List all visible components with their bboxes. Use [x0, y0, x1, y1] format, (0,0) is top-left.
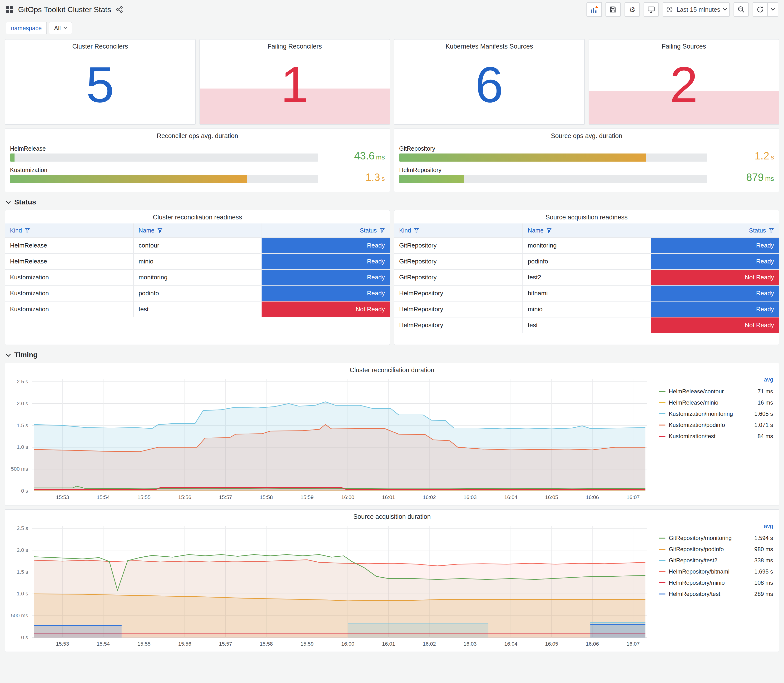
filter-icon[interactable]: [769, 228, 774, 233]
filter-icon[interactable]: [380, 228, 385, 233]
table-cell-name: minio: [523, 301, 651, 317]
series-color-dash: [659, 571, 665, 572]
dashboard-grid-icon[interactable]: [6, 6, 13, 13]
svg-text:16:01: 16:01: [382, 641, 395, 647]
panel-title[interactable]: Source acquisition duration: [9, 510, 775, 521]
legend-item[interactable]: HelmRepository/bitnami1.695 s: [659, 566, 773, 577]
series-color-dash: [659, 593, 665, 595]
table-panel-source-readiness: Source acquisition readiness KindNameSta…: [394, 210, 779, 345]
variable-namespace-label[interactable]: namespace: [6, 22, 47, 34]
table-cell-kind: HelmRelease: [5, 253, 133, 269]
gauge-bar: [399, 154, 646, 162]
table-cell-kind: HelmRepository: [394, 285, 523, 301]
panel-title[interactable]: Source acquisition readiness: [394, 210, 779, 221]
svg-text:16:02: 16:02: [423, 494, 436, 500]
panel-title[interactable]: Cluster reconciliation duration: [9, 363, 775, 374]
zoom-out-button[interactable]: [734, 2, 749, 17]
svg-text:1.5 s: 1.5 s: [17, 422, 28, 428]
gauge-track: [10, 175, 318, 183]
tv-mode-button[interactable]: [644, 2, 659, 17]
refresh-interval-dropdown[interactable]: [768, 2, 778, 17]
share-icon[interactable]: [116, 6, 123, 13]
column-header-status[interactable]: Status: [261, 223, 390, 237]
filter-icon[interactable]: [157, 228, 163, 233]
panel-title[interactable]: Reconciler ops avg. duration: [10, 129, 385, 140]
svg-text:2.0 s: 2.0 s: [17, 547, 28, 553]
legend-item[interactable]: Kustomization/test84 ms: [659, 431, 773, 442]
legend-item[interactable]: GitRepository/podinfo980 ms: [659, 544, 773, 555]
series-color-dash: [659, 391, 665, 392]
panel-title[interactable]: Source ops avg. duration: [399, 129, 774, 140]
column-header-kind[interactable]: Kind: [5, 223, 133, 237]
stat-value: 1: [200, 45, 390, 124]
filter-icon[interactable]: [25, 228, 30, 233]
chart-plot-area[interactable]: 0 s500 ms1.0 s1.5 s2.0 s2.5 s15:5315:541…: [9, 521, 652, 649]
filter-icon[interactable]: [547, 228, 552, 233]
section-row-timing[interactable]: Timing: [5, 345, 779, 363]
table-cell-name: test: [523, 317, 651, 333]
stat-panel-failing-reconcilers: Failing Reconcilers 1: [199, 39, 390, 125]
table-cell-kind: GitRepository: [394, 269, 523, 285]
gauge-track: [399, 154, 707, 162]
time-range-picker[interactable]: Last 15 minutes: [663, 2, 730, 17]
column-header-status[interactable]: Status: [651, 223, 779, 237]
gauge-panel-source-ops: Source ops avg. duration GitRepository 1…: [394, 128, 779, 192]
column-header-name[interactable]: Name: [523, 223, 651, 237]
svg-text:15:56: 15:56: [178, 494, 191, 500]
stat-panel-failing-sources: Failing Sources 2: [588, 39, 779, 125]
settings-gear-button[interactable]: ⚙: [625, 2, 640, 17]
gauge-panels-row: Reconciler ops avg. duration HelmRelease…: [5, 128, 779, 192]
legend-item[interactable]: HelmRepository/minio108 ms: [659, 577, 773, 588]
svg-text:2.5 s: 2.5 s: [17, 525, 28, 531]
chart-legend: avgGitRepository/monitoring1.594 sGitRep…: [652, 521, 775, 649]
legend-item[interactable]: Kustomization/monitoring1.605 s: [659, 408, 773, 419]
table-cell-kind: HelmRepository: [394, 301, 523, 317]
gauge-value: 1.3s: [318, 172, 385, 183]
svg-text:0 s: 0 s: [21, 635, 28, 640]
refresh-button[interactable]: [753, 2, 768, 17]
status-badge: Not Ready: [651, 269, 779, 285]
svg-text:0 s: 0 s: [21, 488, 28, 494]
svg-text:16:07: 16:07: [627, 494, 640, 500]
save-dashboard-button[interactable]: [606, 2, 621, 17]
table-cell-kind: HelmRepository: [394, 317, 523, 333]
svg-text:15:55: 15:55: [137, 641, 151, 647]
top-nav: GitOps Toolkit Cluster Stats ⚙ Last 15 m…: [0, 0, 784, 19]
legend-avg-header[interactable]: avg: [659, 523, 773, 532]
legend-avg-header[interactable]: avg: [659, 376, 773, 386]
legend-item[interactable]: GitRepository/test2338 ms: [659, 555, 773, 566]
panel-title[interactable]: Cluster reconciliation readiness: [5, 210, 390, 221]
filter-icon[interactable]: [414, 228, 419, 233]
svg-text:16:03: 16:03: [463, 494, 476, 500]
table-cell-name: test2: [523, 269, 651, 285]
svg-text:500 ms: 500 ms: [11, 612, 28, 619]
column-header-name[interactable]: Name: [133, 223, 261, 237]
svg-text:15:55: 15:55: [137, 494, 151, 500]
gauge-value: 1.2s: [707, 151, 774, 162]
series-color-dash: [659, 425, 665, 425]
table-cell-name: monitoring: [133, 269, 261, 285]
add-panel-button[interactable]: [587, 2, 602, 17]
section-row-status[interactable]: Status: [5, 192, 779, 210]
status-badge: Ready: [261, 237, 390, 253]
svg-text:15:59: 15:59: [300, 641, 313, 647]
gauge-bar: [10, 154, 14, 162]
status-badge: Not Ready: [651, 317, 779, 333]
svg-text:15:53: 15:53: [56, 641, 69, 647]
gauge-bar: [399, 175, 464, 183]
status-badge: Ready: [261, 253, 390, 269]
chart-plot-area[interactable]: 0 s500 ms1.0 s1.5 s2.0 s2.5 s15:5315:541…: [9, 374, 652, 502]
gauge-label: HelmRelease: [10, 145, 318, 152]
legend-item[interactable]: HelmRelease/minio16 ms: [659, 397, 773, 408]
timeseries-panel-source-acquisition: Source acquisition duration 0 s500 ms1.0…: [5, 509, 779, 652]
gauge-panel-reconciler-ops: Reconciler ops avg. duration HelmRelease…: [5, 128, 390, 192]
legend-item[interactable]: GitRepository/monitoring1.594 s: [659, 532, 773, 544]
series-color-dash: [659, 436, 665, 437]
table-cell-name: podinfo: [133, 285, 261, 301]
column-header-kind[interactable]: Kind: [394, 223, 523, 237]
legend-item[interactable]: HelmRelease/contour71 ms: [659, 386, 773, 397]
legend-item[interactable]: HelmRepository/test289 ms: [659, 588, 773, 600]
svg-text:1.0 s: 1.0 s: [17, 591, 28, 596]
variable-namespace-value-dropdown[interactable]: All: [49, 22, 72, 34]
legend-item[interactable]: Kustomization/podinfo1.071 s: [659, 419, 773, 431]
